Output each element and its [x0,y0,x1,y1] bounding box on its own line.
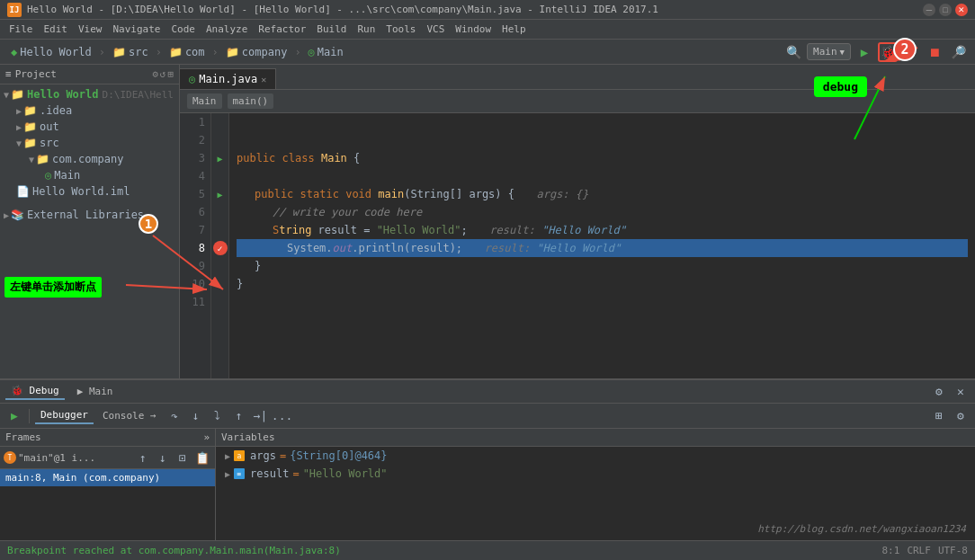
status-encoding[interactable]: UTF-8 [938,545,968,556]
line-num-3: 3 [180,149,205,167]
step-into-btn[interactable]: ↓ [187,407,205,425]
statusbar: Breakpoint reached at com.company.Main.m… [0,540,975,560]
line-num-9: 9 [180,257,205,275]
variables-label: Variables [221,431,275,443]
breakpoint-8[interactable]: ✓ [213,241,228,255]
frame-item-0[interactable]: main:8, Main (com.company) [0,469,215,486]
run-config-selector[interactable]: Main ▼ [807,43,851,60]
gutter-8[interactable]: ✓ [211,239,228,257]
run-arrow-3[interactable]: ▶ [217,154,222,164]
breadcrumb-main-method[interactable]: main() [228,93,274,109]
var-result-name: result [250,467,289,480]
gutter-10 [211,275,228,293]
var-result-arrow[interactable]: ▶ [225,469,230,479]
var-args-eq: = [280,449,286,462]
console-subtab[interactable]: Console → [97,408,162,423]
tree-com-company-label: com.company [52,153,123,165]
nav-src[interactable]: 📁 src [109,44,152,60]
tree-idea[interactable]: ▶ 📁 .idea [0,102,179,119]
var-args[interactable]: ▶ a args = {String[0]@464} [216,447,975,465]
minimize-button[interactable]: ─ [923,4,935,16]
line-num-7: 7 [180,221,205,239]
project-toolbar-btn-2[interactable]: ↺ [160,68,166,80]
tree-main-file[interactable]: ◎ Main [0,167,179,183]
tree-out-label: out [40,120,59,133]
frames-copy-btn[interactable]: 📋 [193,449,211,467]
tree-iml[interactable]: 📄 Hello World.iml [0,183,179,200]
tree-src-icon: 📁 [23,137,37,149]
code-line-6: // write your code here [237,203,968,221]
status-line-endings[interactable]: CRLF [907,545,931,556]
project-toolbar-btn-1[interactable]: ⚙ [152,68,158,80]
menu-window[interactable]: Window [450,22,496,37]
code-content[interactable]: public class Main { public static void m… [229,113,975,378]
params: (String[] args) { [404,185,521,203]
gutter-5[interactable]: ▶ [211,185,228,203]
tree-root[interactable]: ▼ 📁 Hello World D:\IDEA\Hell [0,86,179,102]
menu-build[interactable]: Build [311,22,352,37]
status-position[interactable]: 8:1 [882,545,900,556]
kw-static: static [300,185,346,203]
force-step-into-btn[interactable]: ⤵ [209,407,227,425]
tree-root-arrow: ▼ [4,90,9,100]
stop-button[interactable]: ⏹ [925,42,944,62]
resume-button[interactable]: ▶ [5,407,23,425]
gutter-2 [211,131,228,149]
var-result[interactable]: ▶ ≡ result = "Hello World" [216,465,975,483]
nav-com[interactable]: 📁 com [165,44,209,60]
frames-filter-btn[interactable]: ⊡ [174,449,192,467]
debug-toolbar: ▶ Debugger Console → ↷ ↓ ⤵ ↑ →| ... ⊞ ⚙ [0,404,975,429]
menu-tools[interactable]: Tools [380,22,421,37]
nav-company[interactable]: 📁 company [222,44,291,60]
bottom-settings-btn[interactable]: ⚙ [930,383,948,401]
run-to-cursor-btn[interactable]: →| [252,407,270,425]
run-button[interactable]: ▶ [854,42,874,62]
tree-src[interactable]: ▼ 📁 src [0,135,179,151]
project-name-nav[interactable]: ◆ Hello World [7,44,95,60]
project-toolbar-btn-3[interactable]: ⊞ [167,68,174,80]
var-args-arrow[interactable]: ▶ [225,451,230,461]
gutter-3[interactable]: ▶ [211,149,228,167]
tab-close-button[interactable]: ✕ [261,75,266,84]
code-line-5: public static void main (String[] args) … [237,185,968,203]
breadcrumb-main[interactable]: Main [187,93,222,109]
frames-btn-1[interactable]: » [203,431,210,443]
tab-debug[interactable]: 🐞 Debug [5,383,65,400]
menu-view[interactable]: View [73,22,108,37]
frames-up-btn[interactable]: ↑ [134,449,152,467]
menu-file[interactable]: File [4,22,39,37]
nav-main[interactable]: ◎ Main [305,44,347,60]
restore-layout-btn[interactable]: ⊞ [930,407,948,425]
evaluate-btn[interactable]: ... [273,407,291,425]
debugger-subtab[interactable]: Debugger [35,407,94,424]
tree-src-label: src [40,137,59,149]
step-over-btn[interactable]: ↷ [165,407,183,425]
tree-com-company[interactable]: ▼ 📁 com.company [0,151,179,167]
search-everywhere-button[interactable]: 🔎 [948,42,968,62]
menu-refactor[interactable]: Refactor [253,22,311,37]
menu-code[interactable]: Code [165,22,201,37]
menu-run[interactable]: Run [352,22,380,37]
var-result-icon: ≡ [234,468,245,479]
tree-out[interactable]: ▶ 📁 out [0,119,179,135]
menubar: File Edit View Navigate Code Analyze Ref… [0,20,975,40]
menu-navigate[interactable]: Navigate [108,22,166,37]
menu-help[interactable]: Help [496,22,532,37]
menu-edit[interactable]: Edit [39,22,74,37]
step-out-btn[interactable]: ↑ [230,407,248,425]
kw-public: public [237,149,282,167]
project-icon: ◆ [11,46,17,58]
frames-down-btn[interactable]: ↓ [154,449,172,467]
menu-vcs[interactable]: VCS [421,22,450,37]
tab-main-run[interactable]: ▶ Main [72,384,119,399]
settings-dbg-btn[interactable]: ⚙ [952,407,970,425]
nav-sep2: › [156,46,162,58]
run-arrow-5[interactable]: ▶ [217,190,222,200]
maximize-button[interactable]: □ [939,4,952,16]
editor-tab-main-java[interactable]: ◎ Main.java ✕ [180,68,276,89]
bottom-close-btn[interactable]: ✕ [952,383,970,401]
project-header-label: ≡ [5,68,12,80]
menu-analyze[interactable]: Analyze [201,22,253,37]
toolbar-btn-search-everything[interactable]: 🔍 [783,42,803,62]
close-button[interactable]: ✕ [955,4,968,16]
